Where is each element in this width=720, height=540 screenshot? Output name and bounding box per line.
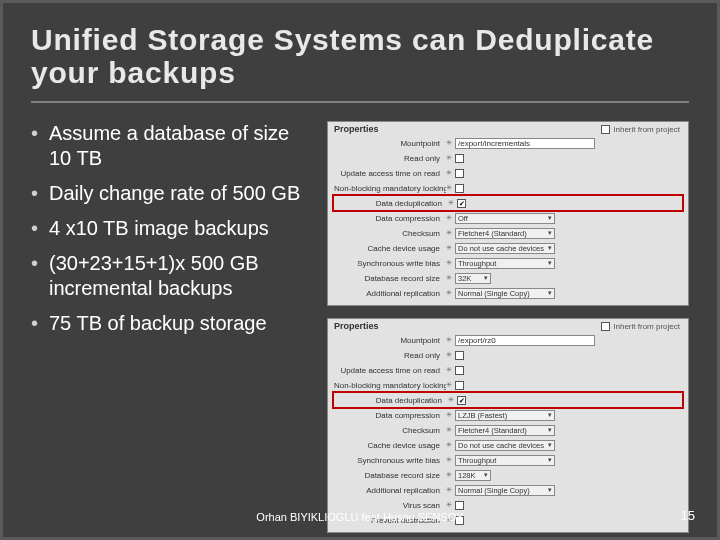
text-input[interactable]: /export/incrementals <box>455 138 595 149</box>
select-input[interactable]: 32K <box>455 273 491 284</box>
required-icon: ✳ <box>446 441 452 449</box>
bullet-item: Assume a database of size 10 TB <box>31 121 311 171</box>
property-label: Cache device usage <box>334 441 446 450</box>
property-label: Synchronous write bias <box>334 259 446 268</box>
property-control: ✳ <box>446 351 682 360</box>
property-row: Additional replication✳Normal (Single Co… <box>334 483 682 497</box>
required-icon: ✳ <box>446 169 452 177</box>
property-row: Data deduplication✳✔ <box>334 196 682 210</box>
property-label: Data deduplication <box>336 396 448 405</box>
property-row: Virus scan✳ <box>334 498 682 512</box>
property-control: ✳Fletcher4 (Standard) <box>446 425 682 436</box>
required-icon: ✳ <box>446 486 452 494</box>
property-label: Database record size <box>334 274 446 283</box>
property-row: Checksum✳Fletcher4 (Standard) <box>334 423 682 437</box>
property-control: ✳ <box>446 169 682 178</box>
property-control: ✳Normal (Single Copy) <box>446 288 682 299</box>
select-input[interactable]: Do not use cache devices <box>455 243 555 254</box>
select-input[interactable]: Throughput <box>455 258 555 269</box>
required-icon: ✳ <box>446 366 452 374</box>
property-label: Checksum <box>334 426 446 435</box>
property-label: Read only <box>334 351 446 360</box>
property-control: ✳Fletcher4 (Standard) <box>446 228 682 239</box>
required-icon: ✳ <box>446 274 452 282</box>
footer-credit: Orhan BIYIKLIOGLU feat Husnu SENSOY <box>3 511 717 523</box>
select-input[interactable]: Normal (Single Copy) <box>455 288 555 299</box>
property-row: Cache device usage✳Do not use cache devi… <box>334 241 682 255</box>
property-control: ✳✔ <box>448 199 680 208</box>
property-label: Read only <box>334 154 446 163</box>
checkbox[interactable] <box>455 381 464 390</box>
checkbox[interactable]: ✔ <box>457 396 466 405</box>
bullet-item: Daily change rate of 500 GB <box>31 181 311 206</box>
checkbox-icon[interactable] <box>601 125 610 134</box>
checkbox-icon[interactable] <box>601 322 610 331</box>
select-input[interactable]: 128K <box>455 470 491 481</box>
property-control: ✳ <box>446 184 682 193</box>
property-row: Data deduplication✳✔ <box>334 393 682 407</box>
required-icon: ✳ <box>446 244 452 252</box>
checkbox[interactable] <box>455 154 464 163</box>
required-icon: ✳ <box>446 289 452 297</box>
required-icon: ✳ <box>446 229 452 237</box>
select-input[interactable]: Fletcher4 (Standard) <box>455 228 555 239</box>
property-row: Non-blocking mandatory locking✳ <box>334 181 682 195</box>
required-icon: ✳ <box>446 381 452 389</box>
property-row: Update access time on read✳ <box>334 166 682 180</box>
select-input[interactable]: Fletcher4 (Standard) <box>455 425 555 436</box>
required-icon: ✳ <box>446 154 452 162</box>
checkbox[interactable]: ✔ <box>457 199 466 208</box>
property-row: Additional replication✳Normal (Single Co… <box>334 286 682 300</box>
property-label: Data compression <box>334 411 446 420</box>
property-row: Mountpoint✳/export/incrementals <box>334 136 682 150</box>
property-control: ✳Normal (Single Copy) <box>446 485 682 496</box>
checkbox[interactable] <box>455 366 464 375</box>
property-label: Virus scan <box>334 501 446 510</box>
page-number: 15 <box>681 508 695 523</box>
select-input[interactable]: Do not use cache devices <box>455 440 555 451</box>
required-icon: ✳ <box>446 184 452 192</box>
property-control: ✳/export/rz0 <box>446 335 682 346</box>
panel-rows: Mountpoint✳/export/rz0Read only✳Update a… <box>334 333 682 527</box>
property-control: ✳ <box>446 154 682 163</box>
inherit-label: Inherit from project <box>613 125 680 134</box>
required-icon: ✳ <box>448 199 454 207</box>
property-row: Non-blocking mandatory locking✳ <box>334 378 682 392</box>
required-icon: ✳ <box>446 351 452 359</box>
panel-stack: Properties Inherit from project Mountpoi… <box>327 121 689 533</box>
required-icon: ✳ <box>446 501 452 509</box>
slide-title: Unified Storage Systems can Deduplicate … <box>31 23 689 103</box>
checkbox[interactable] <box>455 351 464 360</box>
text-input[interactable]: /export/rz0 <box>455 335 595 346</box>
property-row: Database record size✳128K <box>334 468 682 482</box>
inherit-from-project[interactable]: Inherit from project <box>601 322 680 331</box>
required-icon: ✳ <box>448 396 454 404</box>
select-input[interactable]: LZJB (Fastest) <box>455 410 555 421</box>
property-label: Additional replication <box>334 289 446 298</box>
bullet-item: 75 TB of backup storage <box>31 311 311 336</box>
property-label: Database record size <box>334 471 446 480</box>
property-label: Update access time on read <box>334 169 446 178</box>
property-label: Mountpoint <box>334 139 446 148</box>
bullet-item: 4 x10 TB image backups <box>31 216 311 241</box>
property-row: Synchronous write bias✳Throughput <box>334 256 682 270</box>
property-control: ✳✔ <box>448 396 680 405</box>
property-control: ✳Throughput <box>446 455 682 466</box>
property-row: Synchronous write bias✳Throughput <box>334 453 682 467</box>
select-input[interactable]: Normal (Single Copy) <box>455 485 555 496</box>
checkbox[interactable] <box>455 501 464 510</box>
property-control: ✳128K <box>446 470 682 481</box>
checkbox[interactable] <box>455 184 464 193</box>
required-icon: ✳ <box>446 456 452 464</box>
property-label: Additional replication <box>334 486 446 495</box>
property-label: Synchronous write bias <box>334 456 446 465</box>
required-icon: ✳ <box>446 214 452 222</box>
inherit-from-project[interactable]: Inherit from project <box>601 125 680 134</box>
required-icon: ✳ <box>446 139 452 147</box>
properties-panel-top: Properties Inherit from project Mountpoi… <box>327 121 689 306</box>
slide-body: Assume a database of size 10 TB Daily ch… <box>31 121 689 533</box>
select-input[interactable]: Off <box>455 213 555 224</box>
checkbox[interactable] <box>455 169 464 178</box>
property-label: Data compression <box>334 214 446 223</box>
select-input[interactable]: Throughput <box>455 455 555 466</box>
